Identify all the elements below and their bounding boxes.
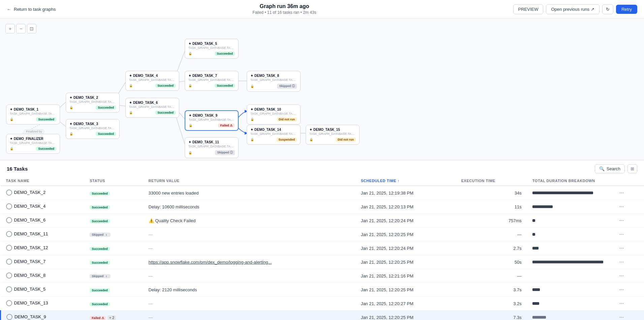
task9-sub: TASK_GRAPH_DATABASE.TASK_GRAPH... (189, 118, 235, 121)
info-icon: i (104, 274, 109, 279)
warning-icon: ⚠ (101, 316, 104, 320)
table-row[interactable]: DEMO_TASK_7 Succeededhttps://app.snowfla… (1, 255, 644, 269)
table-row[interactable]: DEMO_TASK_13 Succeeded—Jan 21, 2025, 12:… (1, 297, 644, 311)
dash: — (149, 315, 153, 320)
finalizer-name: DEMO_FINALIZER (14, 137, 43, 141)
status-cell: Failed ⚠+ 2 (84, 311, 143, 320)
return-link[interactable]: https://app.snowflake.com/pm/dex_demo/lo… (149, 260, 272, 265)
more-options-button[interactable]: ··· (617, 231, 626, 238)
table-row[interactable]: DEMO_TASK_4 SucceededDelay: 10600 millis… (1, 200, 644, 214)
external-link-icon: ↗ (591, 7, 594, 12)
finalizer-footer: 🔒 Succeeded (10, 147, 56, 151)
row-actions-cell[interactable]: ··· (611, 228, 644, 241)
return-value-cell: 33000 new entries loaded (143, 186, 356, 200)
row-actions-cell[interactable]: ··· (611, 255, 644, 269)
scheduled-time-cell: Jan 21, 2025, 12:20:24 PM (356, 241, 456, 255)
col-actions (611, 176, 644, 186)
task5-icon: ✦ (188, 42, 191, 46)
task14-sub: TASK_GRAPH_DATABASE.TASK_GRAPH... (250, 132, 297, 136)
row-actions-cell[interactable]: ··· (611, 214, 644, 228)
zoom-in-button[interactable]: + (5, 24, 15, 33)
duration-bar (532, 261, 603, 263)
task3-name: DEMO_TASK_3 (73, 122, 98, 126)
finalizer-lock-icon: 🔒 (10, 147, 13, 150)
back-button[interactable]: ← Return to task graphs (7, 7, 56, 12)
task-node-demo-task-7[interactable]: ✦ DEMO_TASK_7 TASK_GRAPH_DATABASE.TASK_G… (185, 71, 239, 91)
more-options-button[interactable]: ··· (617, 314, 626, 320)
zoom-out-button[interactable]: − (16, 24, 26, 33)
task-node-demo-task-6[interactable]: ✦ DEMO_TASK_6 TASK_GRAPH_DATABASE.TASK_G… (125, 98, 179, 118)
more-options-button[interactable]: ··· (617, 217, 626, 224)
task5-name: DEMO_TASK_5 (192, 42, 217, 46)
task-node-demo-task-4[interactable]: ✦ DEMO_TASK_4 TASK_GRAPH_DATABASE.TASK_G… (125, 71, 179, 91)
task4-status: Succeeded (155, 84, 176, 88)
exec-time-cell: 3.7s (456, 283, 527, 297)
scheduled-time-cell: Jan 21, 2025, 12:20:27 PM (356, 297, 456, 311)
return-value: ⚠️Quality Check Failed (149, 218, 196, 223)
table-row[interactable]: DEMO_TASK_9 Failed ⚠+ 2—Jan 21, 2025, 12… (1, 311, 644, 320)
duration-bar-cell (527, 269, 611, 283)
task-node-demo-task-15[interactable]: ✦ DEMO_TASK_15 TASK_GRAPH_DATABASE.TASK_… (306, 125, 360, 145)
table-row[interactable]: DEMO_TASK_6 Succeeded⚠️Quality Check Fai… (1, 214, 644, 228)
row-actions-cell[interactable]: ··· (611, 269, 644, 283)
column-settings-button[interactable]: ⊞ (627, 164, 637, 173)
task-name-cell: DEMO_TASK_11 (1, 228, 85, 241)
open-previous-runs-button[interactable]: Open previous runs ↗ (546, 4, 599, 14)
scheduled-time-cell: Jan 21, 2025, 12:20:25 PM (356, 255, 456, 269)
table-row[interactable]: DEMO_TASK_2 Succeeded33000 new entries l… (1, 186, 644, 200)
duration-bar-cell (527, 186, 611, 200)
task-node-demo-task-1[interactable]: ✦ DEMO_TASK_1 TASK_GRAPH_DATABASE.TASK_G… (6, 105, 60, 124)
task-node-demo-task-3[interactable]: ✦ DEMO_TASK_3 TASK_GRAPH_DATABASE.TASK_G… (66, 119, 120, 139)
refresh-button[interactable]: ↻ (602, 4, 613, 14)
table-row[interactable]: DEMO_TASK_5 SucceededDelay: 2120 millise… (1, 283, 644, 297)
table-row[interactable]: DEMO_TASK_8 Skipped i—Jan 21, 2025, 12:2… (1, 269, 644, 283)
task1-sub: TASK_GRAPH_DATABASE.TASK_GRAPH... (10, 112, 56, 115)
plus-badge: + 2 (108, 315, 116, 320)
row-actions-cell[interactable]: ··· (611, 311, 644, 320)
row-actions-cell[interactable]: ··· (611, 186, 644, 200)
more-options-button[interactable]: ··· (617, 300, 626, 307)
task2-status: Succeeded (96, 106, 116, 110)
columns-icon: ⊞ (631, 166, 634, 171)
more-options-button[interactable]: ··· (617, 286, 626, 293)
more-options-button[interactable]: ··· (617, 272, 626, 280)
task-node-demo-task-14[interactable]: ✦ DEMO_TASK_14 TASK_GRAPH_DATABASE.TASK_… (247, 125, 301, 145)
task6-footer: 🔒 Succeeded (129, 111, 176, 115)
fit-button[interactable]: ⊡ (27, 24, 36, 33)
more-options-button[interactable]: ··· (617, 258, 626, 266)
task-node-demo-finalizer[interactable]: ✦ DEMO_FINALIZER TASK_GRAPH_DATABASE.TAS… (6, 134, 60, 154)
task-node-demo-task-8[interactable]: ✦ DEMO_TASK_8 TASK_GRAPH_DATABASE.TASK_G… (247, 71, 301, 92)
duration-bar (532, 302, 539, 305)
task14-icon: ✦ (250, 128, 253, 132)
search-button[interactable]: 🔍 Search (595, 164, 625, 173)
task-node-demo-task-11[interactable]: ✦ DEMO_TASK_11 TASK_GRAPH_DATABASE.TASK_… (185, 137, 239, 158)
col-status: STATUS (84, 176, 143, 186)
more-options-button[interactable]: ··· (617, 189, 626, 197)
more-options-button[interactable]: ··· (617, 244, 626, 252)
row-actions-cell[interactable]: ··· (611, 241, 644, 255)
row-actions-cell[interactable]: ··· (611, 297, 644, 311)
task-node-demo-task-5[interactable]: ✦ DEMO_TASK_5 TASK_GRAPH_DATABASE.TASK_G… (185, 39, 239, 59)
retry-button[interactable]: Retry (616, 5, 637, 14)
task8-name: DEMO_TASK_8 (254, 74, 279, 78)
duration-bar-cell (527, 283, 611, 297)
task-node-demo-task-2[interactable]: ✦ DEMO_TASK_2 TASK_GRAPH_DATABASE.TASK_G… (66, 93, 120, 113)
row-actions-cell[interactable]: ··· (611, 283, 644, 297)
row-actions-cell[interactable]: ··· (611, 200, 644, 214)
task8-status: Skipped ⓘ (277, 84, 297, 89)
task3-status: Succeeded (96, 132, 116, 136)
task7-name: DEMO_TASK_7 (192, 74, 217, 78)
status-cell: Succeeded (84, 255, 143, 269)
task1-footer: 🔒 Succeeded (10, 117, 56, 121)
table-row[interactable]: DEMO_TASK_11 Skipped i—Jan 21, 2025, 12:… (1, 228, 644, 241)
col-scheduled-time[interactable]: SCHEDULED TIME ↑ (356, 176, 456, 186)
more-options-button[interactable]: ··· (617, 203, 626, 210)
task-node-demo-task-10[interactable]: ✦ DEMO_TASK_10 TASK_GRAPH_DATABASE.TASK_… (247, 105, 301, 124)
table-row[interactable]: DEMO_TASK_12 Succeeded—Jan 21, 2025, 12:… (1, 241, 644, 255)
task14-footer: 🔒 Suspended (250, 138, 297, 142)
exec-time-cell: 757ms (456, 214, 527, 228)
task-node-demo-task-9[interactable]: ✦ DEMO_TASK_9 TASK_GRAPH_DATABASE.TASK_G… (185, 110, 239, 131)
preview-button[interactable]: PREVIEW (513, 4, 544, 14)
scheduled-time-cell: Jan 21, 2025, 12:20:13 PM (356, 200, 456, 214)
duration-bar-cell (527, 297, 611, 311)
